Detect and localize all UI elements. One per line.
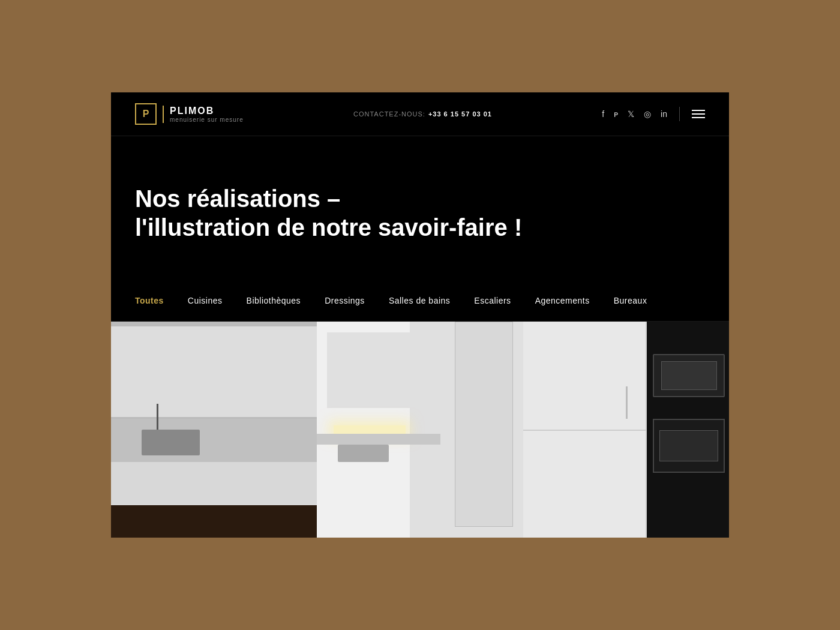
gallery-section <box>111 322 729 538</box>
social-icons: f ᴘ 𝕏 ◎ in <box>602 109 667 119</box>
filter-cuisines[interactable]: Cuisines <box>188 296 223 309</box>
logo-icon: P <box>135 103 157 125</box>
logo-tagline: menuiserie sur mesure <box>170 116 244 123</box>
gallery-item-1[interactable] <box>111 322 317 538</box>
logo-name: PLIMOB <box>170 106 244 116</box>
menu-button[interactable] <box>692 110 705 118</box>
site-header: P PLIMOB menuiserie sur mesure CONTACTEZ… <box>111 92 729 136</box>
gallery-item-3[interactable] <box>523 322 729 538</box>
logo-area[interactable]: P PLIMOB menuiserie sur mesure <box>135 103 244 125</box>
facebook-icon[interactable]: f <box>602 109 604 119</box>
filter-dressings[interactable]: Dressings <box>325 296 365 309</box>
twitter-icon[interactable]: 𝕏 <box>628 109 634 119</box>
header-divider <box>679 107 680 121</box>
filter-bibliotheques[interactable]: Bibliothèques <box>247 296 301 309</box>
contact-area: CONTACTEZ-NOUS: +33 6 15 57 03 01 <box>353 110 492 118</box>
filter-toutes[interactable]: Toutes <box>135 296 164 309</box>
gallery-item-2[interactable] <box>317 322 523 538</box>
filter-bureaux[interactable]: Bureaux <box>614 296 647 309</box>
instagram-icon[interactable]: ◎ <box>644 109 651 119</box>
header-right: f ᴘ 𝕏 ◎ in <box>602 107 705 121</box>
contact-phone[interactable]: +33 6 15 57 03 01 <box>428 110 492 118</box>
filter-salles-de-bains[interactable]: Salles de bains <box>389 296 450 309</box>
browser-window: P PLIMOB menuiserie sur mesure CONTACTEZ… <box>111 92 729 538</box>
logo-text: PLIMOB menuiserie sur mesure <box>163 106 244 123</box>
filter-nav: Toutes Cuisines Bibliothèques Dressings … <box>111 278 729 322</box>
filter-escaliers[interactable]: Escaliers <box>474 296 511 309</box>
linkedin-icon[interactable]: in <box>661 109 667 119</box>
hero-title: Nos réalisations – l'illustration de not… <box>135 184 555 242</box>
pinterest-icon[interactable]: ᴘ <box>614 109 618 119</box>
filter-agencements[interactable]: Agencements <box>535 296 590 309</box>
hero-section: Nos réalisations – l'illustration de not… <box>111 136 729 278</box>
contact-label: CONTACTEZ-NOUS: <box>353 110 425 118</box>
